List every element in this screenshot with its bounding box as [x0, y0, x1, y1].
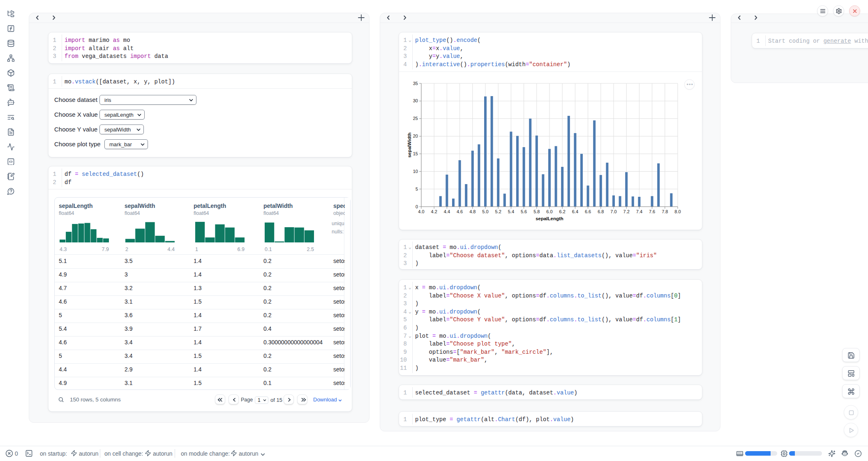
svg-text:sepalWidth: sepalWidth — [407, 132, 412, 157]
svg-text:7.0: 7.0 — [610, 209, 616, 214]
svg-text:30: 30 — [413, 98, 418, 103]
svg-text:6.0: 6.0 — [546, 209, 552, 214]
svg-text:5.0: 5.0 — [482, 209, 488, 214]
svg-text:35: 35 — [413, 81, 418, 86]
svg-text:0: 0 — [416, 204, 418, 209]
svg-text:5.6: 5.6 — [521, 209, 527, 214]
svg-text:4.8: 4.8 — [469, 209, 476, 214]
svg-text:20: 20 — [413, 134, 418, 138]
svg-text:25: 25 — [413, 116, 418, 121]
svg-text:4.0: 4.0 — [418, 209, 424, 214]
svg-text:5.4: 5.4 — [508, 209, 514, 214]
svg-text:7.6: 7.6 — [649, 209, 655, 214]
svg-text:6.6: 6.6 — [585, 209, 591, 214]
svg-text:7.8: 7.8 — [662, 209, 668, 214]
svg-text:8.0: 8.0 — [674, 209, 681, 214]
svg-text:5: 5 — [416, 187, 418, 191]
svg-text:4.2: 4.2 — [431, 209, 437, 214]
svg-text:5.2: 5.2 — [495, 209, 501, 214]
svg-text:sepalLength: sepalLength — [536, 216, 563, 221]
svg-text:6.8: 6.8 — [598, 209, 604, 214]
svg-text:5.8: 5.8 — [533, 209, 540, 214]
svg-text:7.2: 7.2 — [623, 209, 630, 214]
svg-text:6.2: 6.2 — [559, 209, 566, 214]
svg-text:6.4: 6.4 — [572, 209, 578, 214]
svg-text:4.4: 4.4 — [444, 209, 450, 214]
svg-text:10: 10 — [413, 169, 418, 174]
svg-text:7.4: 7.4 — [636, 209, 642, 214]
svg-text:4.6: 4.6 — [457, 209, 463, 214]
svg-text:15: 15 — [413, 151, 418, 156]
